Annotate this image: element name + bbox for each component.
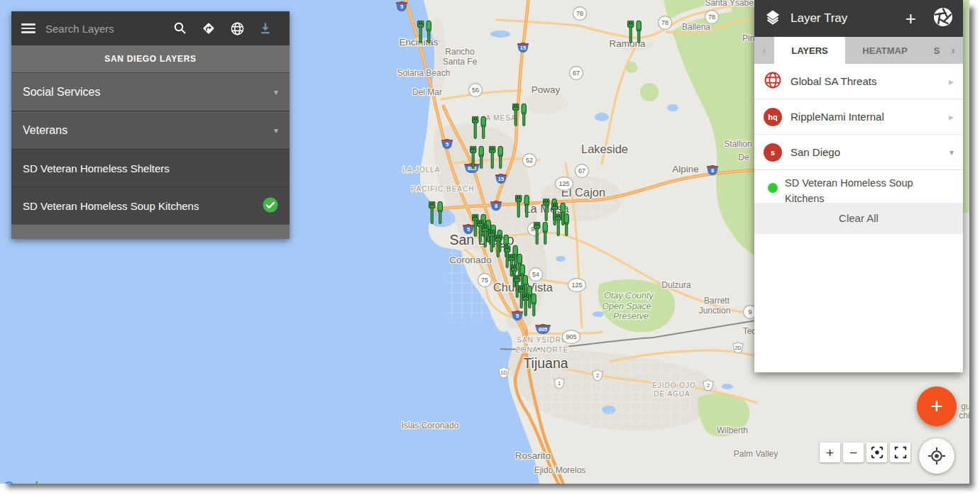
search-input[interactable]: [45, 23, 159, 35]
my-location-button[interactable]: [919, 438, 954, 474]
map-label: Solana Beach: [397, 68, 451, 78]
svg-text:8: 8: [711, 167, 714, 174]
crosshair-icon: [927, 447, 946, 465]
tab-s[interactable]: S: [930, 37, 943, 64]
svg-text:9: 9: [748, 308, 751, 316]
section-header: SAN DIEGO LAYERS: [11, 45, 290, 72]
map-label: gu: [961, 401, 969, 411]
map-label: Rancho: [445, 47, 475, 57]
map-label: chic: [959, 411, 969, 421]
map-label: Ballena: [682, 22, 710, 32]
tab-layers[interactable]: LAYERS: [774, 37, 845, 64]
tab-heatmap[interactable]: HEATMAP: [845, 37, 925, 64]
route-shield: 78: [573, 7, 587, 21]
svg-text:5: 5: [516, 313, 519, 319]
layer-tray-tabs: ‹LAYERSHEATMAPS›: [754, 37, 963, 64]
map-label: A MESA: [485, 114, 516, 122]
tab-scroll-left-icon[interactable]: ‹: [754, 37, 774, 64]
map-controls: + −: [820, 443, 910, 462]
globe-red-icon: [764, 71, 782, 92]
layer-item-label: SD Veteran Homeless Soup Kitchens: [23, 200, 199, 212]
svg-text:805: 805: [539, 326, 548, 333]
svg-text:78: 78: [576, 10, 583, 17]
map-label: Santa Fe: [443, 57, 478, 67]
map-label: LA JOLLA: [402, 166, 440, 174]
layer-tray-item[interactable]: Global SA Threats▸: [754, 64, 963, 99]
layer-tray-sub-item[interactable]: SD Veteran Homeless Soup Kitchens: [754, 170, 963, 203]
layer-group-row[interactable]: Veterans▾: [11, 111, 290, 149]
directions-icon[interactable]: [194, 21, 223, 36]
map-label: Alpine: [672, 164, 699, 174]
panel-footer-strip: [11, 224, 290, 239]
route-shield: 125: [568, 279, 586, 292]
svg-text:125: 125: [571, 282, 582, 289]
map-label: Lakeside: [581, 143, 628, 155]
svg-text:5: 5: [400, 4, 403, 10]
layer-item-label: SD Veteran Homeless Shelters: [23, 162, 170, 174]
svg-text:67: 67: [578, 167, 585, 174]
zoom-out-button[interactable]: −: [843, 443, 864, 462]
map-label: PACIFIC BEACH: [412, 185, 475, 193]
route-shield: 125: [556, 177, 573, 191]
map-label: Palm Valley: [734, 449, 778, 459]
app-window: Santa YsabelEncinitasRanchoSanta FeSolan…: [0, 0, 969, 484]
route-shield: 1D: [499, 367, 509, 378]
layer-tray-item[interactable]: hqRippleNami Internal▸: [754, 99, 963, 135]
route-shield: 1: [554, 378, 564, 389]
download-icon[interactable]: [251, 21, 280, 35]
svg-text:78: 78: [661, 19, 668, 26]
map-label: DE AGUA: [654, 390, 690, 398]
svg-text:15: 15: [520, 45, 526, 51]
layer-tray-item-label: San Diego: [791, 146, 949, 158]
layer-tray-panel: Layer Tray + ‹LAYERSHEATMAPS› Global SA …: [754, 0, 963, 372]
chevron-down-icon[interactable]: ▾: [949, 148, 954, 157]
map-label: Santa Ysabel: [705, 0, 755, 8]
layer-item-row[interactable]: SD Veteran Homeless Shelters: [11, 149, 290, 187]
route-shield: 2D: [733, 343, 743, 353]
route-shield: 54: [529, 268, 543, 282]
layer-group-row[interactable]: Social Services▾: [11, 72, 290, 111]
layer-groups: Social Services▾Veterans▾: [11, 72, 290, 149]
map-label: Dulzura: [661, 280, 691, 290]
zoom-in-button[interactable]: +: [820, 443, 840, 462]
checked-icon: [263, 197, 278, 215]
svg-text:125: 125: [558, 180, 569, 187]
layer-color-dot: [768, 183, 778, 193]
svg-text:15: 15: [498, 176, 504, 182]
layer-tray-item-label: Global SA Threats: [791, 75, 949, 87]
svg-text:54: 54: [532, 271, 539, 278]
chevron-down-icon: ▾: [274, 87, 278, 97]
ripplenami-logo-icon[interactable]: [933, 7, 953, 30]
route-shield: 2: [703, 380, 713, 391]
layer-tray-item[interactable]: sSan Diego▾: [754, 135, 963, 170]
map-label: Stallion: [724, 139, 751, 149]
svg-text:75: 75: [481, 277, 488, 284]
globe-icon[interactable]: [223, 21, 251, 36]
svg-text:1D: 1D: [500, 369, 507, 376]
hq-badge-icon: hq: [764, 108, 782, 126]
search-icon[interactable]: [166, 21, 194, 35]
chevron-right-icon[interactable]: ▸: [949, 76, 954, 87]
route-shield: 78: [705, 11, 719, 24]
chevron-right-icon[interactable]: ▸: [949, 111, 954, 123]
map-label: Open Space: [602, 301, 651, 311]
route-shield: 905: [563, 330, 580, 344]
layers-search-bar: [11, 11, 290, 45]
layer-item-row[interactable]: SD Veteran Homeless Soup Kitchens: [11, 187, 290, 224]
center-focus-button[interactable]: [866, 443, 887, 462]
map-label: Wilberth: [717, 426, 748, 435]
add-layer-button[interactable]: +: [905, 9, 916, 28]
route-shield: 2: [593, 370, 602, 381]
svg-text:67: 67: [573, 69, 580, 77]
layers-icon: [764, 9, 781, 28]
svg-text:5: 5: [446, 141, 448, 148]
menu-icon[interactable]: [21, 23, 35, 33]
route-shield: 67: [576, 165, 589, 178]
fullscreen-button[interactable]: [890, 443, 910, 462]
tab-scroll-right-icon[interactable]: ›: [943, 37, 963, 64]
layer-tray-sub-item-label: SD Veteran Homeless Soup Kitchens: [785, 175, 916, 203]
clear-all-button[interactable]: Clear All: [754, 203, 963, 234]
map-label: Coronado: [449, 255, 491, 265]
add-fab-button[interactable]: +: [917, 386, 957, 426]
map-label: De: [738, 152, 749, 162]
